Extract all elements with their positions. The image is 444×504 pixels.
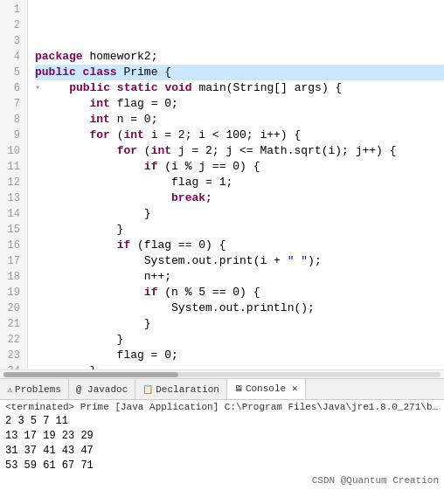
token: flag = 1; [35, 175, 232, 190]
token: homework2; [89, 49, 157, 65]
tab--javadoc[interactable]: @ Javadoc [69, 379, 135, 399]
code-line-9: if (i % j == 0) { [35, 159, 444, 175]
console-area: <terminated> Prime [Java Application] C:… [0, 399, 444, 504]
token: n++; [35, 269, 171, 285]
tab-icon-problems: ⚠ [7, 384, 12, 395]
token: int [89, 112, 109, 128]
console-output-line: 2 3 5 7 11 [5, 414, 439, 429]
token: static [117, 80, 165, 96]
token: n = 0; [110, 112, 158, 128]
token [42, 80, 69, 96]
line-number-17: 17 [7, 253, 20, 269]
token: flag = 0; [110, 96, 178, 112]
line-number-4: 4 [7, 49, 20, 65]
token: Prime { [123, 65, 171, 80]
line-number-2: 2 [7, 17, 20, 33]
line-numbers: 1234567891011121314151617181920212223242… [0, 0, 28, 369]
token [35, 128, 89, 143]
line-number-22: 22 [7, 332, 20, 348]
fold-icon-4[interactable]: ▾ [35, 80, 40, 96]
bottom-tabs: ⚠Problems@ Javadoc📋Declaration🖥Console✕ [0, 378, 444, 399]
tab-label: Console [246, 383, 286, 394]
token [35, 238, 117, 253]
token: println [246, 300, 295, 316]
scrollbar-thumb[interactable] [3, 372, 178, 377]
tab-icon-declaration: 📋 [142, 384, 153, 395]
line-number-7: 7 [7, 96, 20, 112]
line-number-16: 16 [7, 238, 20, 253]
tab-console[interactable]: 🖥Console✕ [227, 379, 306, 399]
line-number-24: 24 [7, 363, 20, 369]
line-number-10: 10 [7, 143, 20, 159]
line-number-14: 14 [7, 206, 20, 222]
console-footer-text: CSDN @Quantum Creation [5, 475, 439, 486]
token: (n % 5 == 0) { [157, 285, 260, 300]
console-header-text: <terminated> Prime [Java Application] C:… [5, 402, 439, 412]
token: void [164, 80, 198, 96]
code-line-4: ▾ public static void main(String[] args)… [35, 80, 444, 96]
token: } [35, 222, 123, 238]
line-number-9: 9 [7, 128, 20, 143]
token [35, 190, 171, 206]
code-line-17: if (n % 5 == 0) { [35, 285, 444, 300]
code-line-20: } [35, 332, 444, 348]
token: (i); j++) { [322, 143, 397, 159]
code-line-1 [35, 33, 444, 49]
token: public [35, 65, 83, 80]
token: (i % j == 0) { [157, 159, 260, 175]
token: if [144, 285, 158, 300]
code-line-15: System.out.print(i + " "); [35, 253, 444, 269]
code-content[interactable]: package homework2;public class Prime {▾ … [28, 0, 444, 369]
token: int [151, 143, 171, 159]
token: ); [308, 253, 322, 269]
token [35, 96, 89, 112]
token: flag = 0; [35, 348, 178, 363]
line-number-18: 18 [7, 269, 20, 285]
code-line-2: package homework2; [35, 49, 444, 65]
code-line-11: break; [35, 190, 444, 206]
token [35, 159, 144, 175]
token: print [219, 253, 253, 269]
console-output-line: 31 37 41 43 47 [5, 444, 439, 459]
code-line-21: flag = 0; [35, 348, 444, 363]
token [35, 285, 144, 300]
line-number-5: 5 [7, 65, 20, 80]
code-line-14: if (flag == 0) { [35, 238, 444, 253]
line-number-8: 8 [7, 112, 20, 128]
code-line-13: } [35, 222, 444, 238]
code-line-10: flag = 1; [35, 175, 444, 190]
tab-icon-console: 🖥 [234, 383, 243, 394]
token [35, 143, 117, 159]
code-line-12: } [35, 206, 444, 222]
token: i = 2; i < 100; i++) { [144, 128, 301, 143]
token: (); [294, 300, 314, 316]
code-line-19: } [35, 316, 444, 332]
code-line-5: int flag = 0; [35, 96, 444, 112]
tab-close-icon[interactable]: ✕ [292, 383, 298, 394]
console-output: 2 3 5 7 1113 17 19 23 2931 37 41 43 4753… [5, 414, 439, 473]
tab-problems[interactable]: ⚠Problems [0, 379, 69, 399]
code-line-22: } [35, 363, 444, 369]
line-number-3: 3 [7, 33, 20, 49]
code-line-3: public class Prime { [35, 65, 444, 80]
scrollbar-track [3, 372, 441, 377]
token: (flag == 0) { [130, 238, 225, 253]
code-line-16: n++; [35, 269, 444, 285]
line-number-13: 13 [7, 190, 20, 206]
line-number-1: 1 [7, 2, 20, 17]
token: package [35, 49, 89, 65]
line-number-12: 12 [7, 175, 20, 190]
tab-declaration[interactable]: 📋Declaration [135, 379, 227, 399]
line-number-19: 19 [7, 285, 20, 300]
token: } [35, 332, 123, 348]
token: break; [171, 190, 212, 206]
code-line-7: for (int i = 2; i < 100; i++) { [35, 128, 444, 143]
token: System.out. [35, 300, 246, 316]
token: sqrt [294, 143, 321, 159]
token: } [35, 363, 96, 369]
token: System.out. [35, 253, 219, 269]
code-line-6: int n = 0; [35, 112, 444, 128]
token: j = 2; j <= Math. [171, 143, 294, 159]
console-output-line: 13 17 19 23 29 [5, 429, 439, 444]
horizontal-scrollbar[interactable] [0, 369, 444, 378]
